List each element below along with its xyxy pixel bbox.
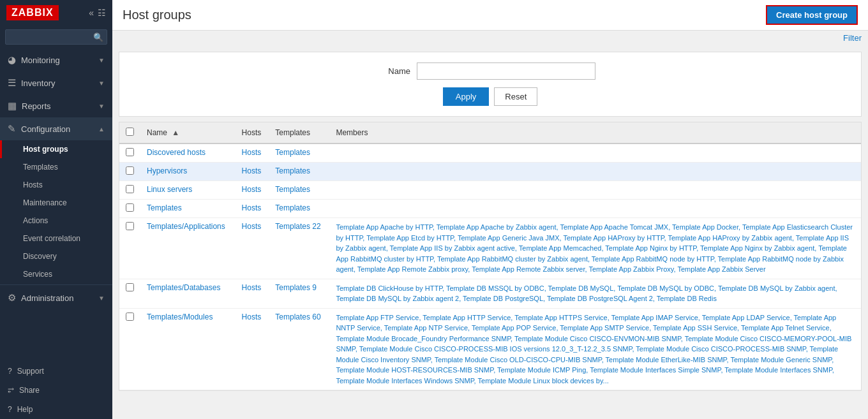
host-group-link[interactable]: Templates/Databases <box>147 283 220 292</box>
hosts-link[interactable]: Hosts <box>242 148 262 157</box>
filter-name-input[interactable] <box>417 62 595 80</box>
hosts-link[interactable]: Hosts <box>242 222 262 231</box>
row-checkbox[interactable] <box>126 185 134 193</box>
reset-button[interactable]: Reset <box>494 87 537 106</box>
table-row: Templates/Databases Hosts Templates 9 Te… <box>119 279 861 308</box>
row-hosts: Hosts <box>236 218 269 279</box>
row-checkbox-cell <box>119 279 140 308</box>
sidebar-sub-event-correlation[interactable]: Event correlation <box>0 230 112 247</box>
row-checkbox[interactable] <box>126 166 134 175</box>
row-hosts: Hosts <box>236 181 269 200</box>
host-group-link[interactable]: Linux servers <box>147 185 192 194</box>
sidebar-sub-templates[interactable]: Templates <box>0 158 112 176</box>
host-group-link[interactable]: Hypervisors <box>147 166 187 175</box>
sidebar-item-label: Administration <box>21 293 73 303</box>
row-templates: Templates 22 <box>269 218 329 279</box>
row-templates: Templates <box>269 200 329 218</box>
chevron-icon: ▼ <box>98 57 105 64</box>
sidebar-sub-actions[interactable]: Actions <box>0 212 112 230</box>
host-group-link[interactable]: Templates/Applications <box>147 222 225 231</box>
select-all-checkbox[interactable] <box>126 128 134 136</box>
content-area: Filter Name Apply Reset Nam <box>112 31 868 419</box>
row-members <box>329 200 861 218</box>
chevron-icon: ▼ <box>98 80 105 87</box>
sidebar-sub-services[interactable]: Services <box>0 265 112 283</box>
sidebar-sub-discovery[interactable]: Discovery <box>0 247 112 265</box>
row-members: Template DB ClickHouse by HTTP, Template… <box>329 279 861 308</box>
row-templates: Templates 9 <box>269 279 329 308</box>
monitoring-icon: ◕ <box>8 54 16 66</box>
main-content: Host groups Create host group Filter Nam… <box>112 0 868 419</box>
templates-link[interactable]: Templates <box>275 166 310 175</box>
support-icon: ? <box>8 367 12 376</box>
sidebar-sub-hosts[interactable]: Hosts <box>0 176 112 194</box>
hosts-link[interactable]: Hosts <box>242 185 262 194</box>
host-groups-table: Name ▲ Hosts Templates Members Discovere… <box>119 122 861 390</box>
sidebar-item-administration[interactable]: ⚙ Administration ▼ <box>0 286 112 309</box>
host-group-link[interactable]: Templates/Modules <box>147 312 213 321</box>
share-icon: ⥂ <box>8 386 14 395</box>
header-members: Members <box>329 122 861 143</box>
templates-link[interactable]: Templates <box>275 185 310 194</box>
hosts-link[interactable]: Hosts <box>242 312 262 321</box>
templates-link[interactable]: Templates 9 <box>275 283 317 292</box>
sidebar-item-label: Reports <box>22 101 51 111</box>
sidebar-item-reports[interactable]: ▦ Reports ▼ <box>0 94 112 117</box>
sidebar-collapse-icons[interactable]: « ☷ <box>89 8 106 18</box>
templates-link[interactable]: Templates <box>275 203 310 212</box>
table-row: Linux servers Hosts Templates <box>119 181 861 200</box>
collapse-icon[interactable]: « <box>89 8 94 18</box>
table-container: Name ▲ Hosts Templates Members Discovere… <box>119 122 862 391</box>
chevron-icon: ▼ <box>98 103 105 110</box>
zabbix-logo: ZABBIX <box>6 5 59 20</box>
sidebar-item-label: Inventory <box>21 78 55 88</box>
divider <box>0 284 112 285</box>
row-checkbox[interactable] <box>126 222 134 230</box>
filter-bar: Name Apply Reset <box>119 52 862 117</box>
table-row: Templates Hosts Templates <box>119 200 861 218</box>
row-checkbox[interactable] <box>126 312 134 321</box>
header-name[interactable]: Name ▲ <box>140 122 236 143</box>
sidebar-sub-host-groups[interactable]: Host groups <box>0 140 112 158</box>
topbar: Host groups Create host group <box>112 0 868 31</box>
row-templates: Templates <box>269 163 329 181</box>
sidebar-help[interactable]: ? Help <box>0 400 112 419</box>
sidebar-support[interactable]: ? Support <box>0 362 112 381</box>
nav-section: ◕ Monitoring ▼ ☰ Inventory ▼ ▦ Reports ▼… <box>0 48 112 309</box>
grid-icon[interactable]: ☷ <box>98 8 106 18</box>
host-group-link[interactable]: Templates <box>147 203 182 212</box>
sidebar-item-monitoring[interactable]: ◕ Monitoring ▼ <box>0 48 112 71</box>
create-host-group-button[interactable]: Create host group <box>766 5 858 25</box>
templates-link[interactable]: Templates 60 <box>275 312 320 321</box>
hosts-link[interactable]: Hosts <box>242 283 262 292</box>
row-name: Discovered hosts <box>140 143 236 163</box>
sidebar-header: ZABBIX « ☷ <box>0 0 112 26</box>
configuration-icon: ✎ <box>8 123 16 135</box>
hosts-link[interactable]: Hosts <box>242 166 262 175</box>
sidebar-bottom-label: Help <box>17 405 33 414</box>
sidebar-item-inventory[interactable]: ☰ Inventory ▼ <box>0 71 112 94</box>
templates-link[interactable]: Templates 22 <box>275 222 320 231</box>
reports-icon: ▦ <box>8 100 17 112</box>
filter-label[interactable]: Filter <box>843 33 862 43</box>
hosts-link[interactable]: Hosts <box>242 203 262 212</box>
search-input[interactable] <box>5 29 107 45</box>
row-members: Template App FTP Service, Template App H… <box>329 308 861 390</box>
templates-link[interactable]: Templates <box>275 148 310 157</box>
row-members <box>329 163 861 181</box>
row-checkbox-cell <box>119 308 140 390</box>
row-checkbox[interactable] <box>126 283 134 291</box>
sidebar-share[interactable]: ⥂ Share <box>0 381 112 400</box>
row-checkbox[interactable] <box>126 148 134 156</box>
table-body: Discovered hosts Hosts Templates Hypervi… <box>119 143 861 390</box>
search-box[interactable]: 🔍 <box>0 26 112 48</box>
row-checkbox[interactable] <box>126 203 134 212</box>
filter-buttons: Apply Reset <box>130 87 851 106</box>
filter-toggle[interactable]: Filter <box>112 31 868 45</box>
header-checkbox-col <box>119 122 140 143</box>
apply-button[interactable]: Apply <box>443 87 490 106</box>
host-group-link[interactable]: Discovered hosts <box>147 148 206 157</box>
row-checkbox-cell <box>119 200 140 218</box>
sidebar-item-configuration[interactable]: ✎ Configuration ▲ <box>0 117 112 140</box>
sidebar-sub-maintenance[interactable]: Maintenance <box>0 194 112 212</box>
